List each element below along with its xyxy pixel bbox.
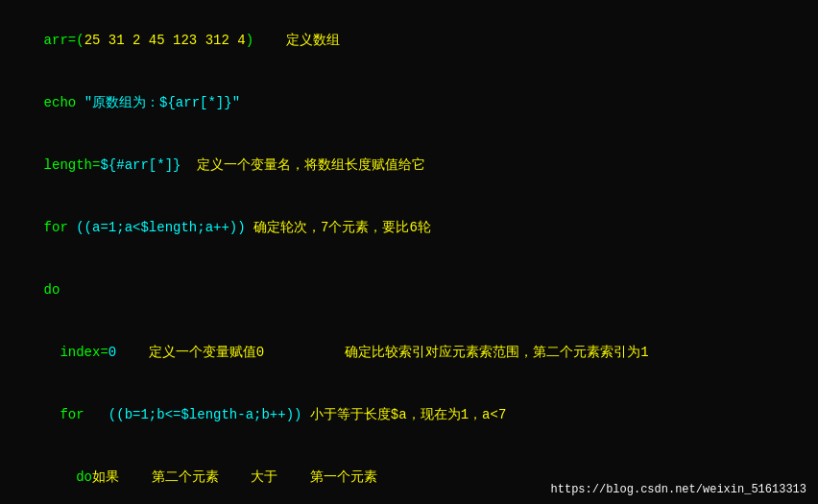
- code-line-2: echo "原数组为：${arr[*]}": [12, 72, 806, 134]
- code-line-3: length=${#arr[*]} 定义一个变量名，将数组长度赋值给它: [12, 134, 806, 197]
- code-token: for: [44, 220, 77, 235]
- code-token: 25 31 2 45 123 312 4: [84, 33, 246, 48]
- code-line-4: for ((a=1;a<$length;a++)) 确定轮次，7个元素，要比6轮: [12, 197, 806, 259]
- code-token: ${#arr[*]}: [100, 157, 180, 173]
- code-line-6: index=0 定义一个变量赋值0 确定比较索引对应元素索范围，第二个元素索引为…: [12, 322, 806, 384]
- code-token: for: [44, 407, 101, 422]
- code-token: do: [44, 469, 92, 485]
- code-token: "原数组为：${arr[*]}": [84, 95, 240, 110]
- code-token: ): [246, 33, 253, 48]
- code-line-1: arr=(25 31 2 45 123 312 4) 定义数组: [12, 10, 806, 72]
- code-token: echo: [44, 95, 84, 110]
- code-comment: 定义一个变量名，将数组长度赋值给它: [180, 157, 425, 173]
- code-comment: 定义数组: [253, 33, 340, 48]
- code-line-7: for ((b=1;b<=$length-a;b++)) 小于等于长度$a，现在…: [12, 384, 806, 446]
- code-token: 0: [108, 345, 116, 360]
- code-line-5: do: [12, 259, 806, 322]
- code-token: ((b=1;b<=$length-a;b++)): [100, 407, 301, 422]
- source-url: https://blog.csdn.net/weixin_51613313: [551, 483, 806, 496]
- code-token: length=: [44, 157, 101, 173]
- code-token: ((a=1;a<$length;a++)): [76, 220, 245, 235]
- code-token: do: [44, 282, 60, 298]
- code-comment: 小于等于长度$a，现在为1，a<7: [301, 407, 506, 422]
- code-token: arr=(: [44, 33, 84, 48]
- code-comment: 定义一个变量赋值0 确定比较索引对应元素索范围，第二个元素索引为1: [116, 345, 648, 360]
- code-comment: 如果 第二个元素 大于 第一个元素: [92, 469, 377, 485]
- terminal-window: arr=(25 31 2 45 123 312 4) 定义数组 echo "原数…: [0, 0, 818, 504]
- code-comment: 确定轮次，7个元素，要比6轮: [246, 220, 431, 235]
- code-token: index=: [44, 345, 108, 360]
